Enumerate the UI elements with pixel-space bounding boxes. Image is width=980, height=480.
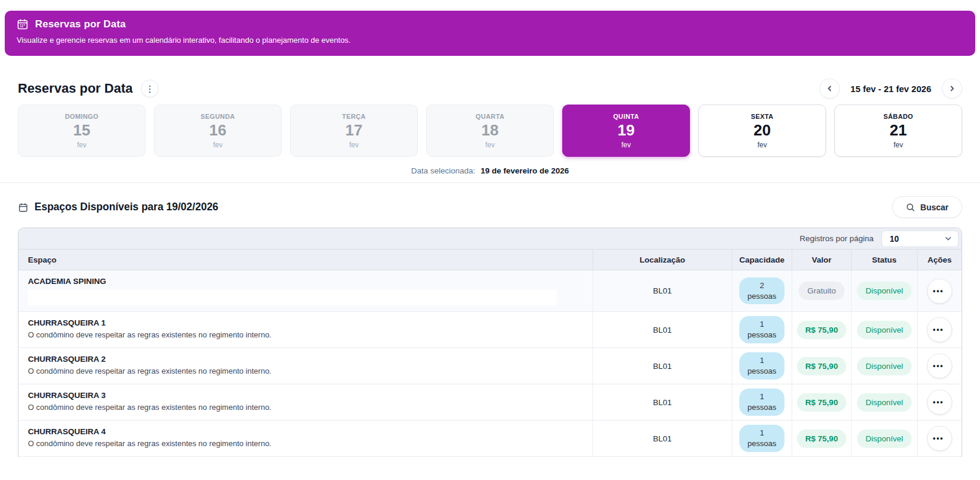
- table-row: CHURRASQUEIRA 4 O condômino deve respeit…: [18, 421, 962, 457]
- day-month: fev: [757, 141, 767, 149]
- search-button[interactable]: Buscar: [892, 196, 962, 218]
- capacity-count: 1: [748, 355, 776, 366]
- day-number: 15: [73, 121, 90, 140]
- row-actions-button[interactable]: •••: [927, 426, 952, 451]
- capacity-badge: 1 pessoas: [739, 316, 784, 343]
- status-badge: Disponível: [857, 357, 911, 375]
- day-weekday: SEXTA: [751, 113, 774, 120]
- status-badge: Disponível: [857, 282, 911, 300]
- day-number: 19: [617, 121, 635, 140]
- space-name: CHURRASQUEIRA 2: [28, 355, 583, 364]
- day-number: 16: [209, 121, 226, 140]
- capacity-badge: 1 pessoas: [739, 389, 784, 415]
- space-location: BL01: [593, 384, 732, 420]
- price-badge: R$ 75,90: [797, 357, 846, 375]
- row-actions-button[interactable]: •••: [927, 317, 952, 342]
- per-page-select[interactable]: 10: [881, 230, 959, 247]
- column-header-valor: Valor: [792, 250, 852, 270]
- kebab-icon: ⋮: [146, 84, 155, 93]
- day-month: fev: [893, 141, 903, 149]
- day-weekday: TERÇA: [342, 113, 366, 120]
- day-card-sexta-20[interactable]: SEXTA 20 fev: [698, 105, 826, 157]
- per-page-label: Registros por página: [799, 234, 874, 243]
- column-header-localizacao: Localização: [593, 250, 732, 270]
- price-badge: Gratuito: [799, 282, 844, 300]
- day-number: 20: [754, 121, 771, 140]
- selected-date-row: Data selecionada: 19 de fevereiro de 202…: [18, 166, 962, 175]
- ellipsis-icon: •••: [933, 326, 944, 334]
- day-card-quinta-19-selected[interactable]: QUINTA 19 fev: [562, 105, 690, 157]
- table-header-row: Espaço Localização Capacidade Valor Stat…: [18, 250, 962, 270]
- day-month: fev: [485, 141, 494, 149]
- space-description: O condômino deve respeitar as regras exi…: [28, 330, 583, 339]
- page-title: Reservas por Data: [18, 81, 133, 96]
- day-month: fev: [213, 141, 222, 149]
- selected-date-value: 19 de fevereiro de 2026: [481, 166, 569, 175]
- table-toolbar: Registros por página 10: [18, 228, 962, 250]
- space-description: O condômino deve respeitar as regras exi…: [28, 439, 583, 448]
- row-actions-button[interactable]: •••: [927, 353, 952, 378]
- banner-subtitle: Visualize e gerencie reservas em um cale…: [17, 36, 963, 45]
- chevron-left-icon: [826, 85, 833, 92]
- day-card-segunda-16[interactable]: SEGUNDA 16 fev: [154, 105, 282, 157]
- day-weekday: DOMINGO: [65, 113, 99, 120]
- column-header-status: Status: [852, 250, 918, 270]
- day-card-quarta-18[interactable]: QUARTA 18 fev: [426, 105, 554, 157]
- chevron-right-icon: [949, 85, 956, 92]
- day-card-sabado-21[interactable]: SÁBADO 21 fev: [834, 105, 962, 157]
- search-button-label: Buscar: [921, 203, 949, 212]
- price-badge: R$ 75,90: [797, 393, 846, 412]
- page-banner: Reservas por Data Visualize e gerencie r…: [5, 11, 975, 56]
- space-location: BL01: [593, 312, 732, 348]
- status-badge: Disponível: [857, 393, 911, 412]
- price-badge: R$ 75,90: [797, 321, 846, 339]
- ellipsis-icon: •••: [933, 398, 944, 406]
- space-name: CHURRASQUEIRA 4: [28, 427, 583, 436]
- table-row: ACADEMIA SPINING BL01 2 pessoas Gratuito…: [18, 270, 962, 312]
- day-month: fev: [349, 141, 358, 149]
- row-actions-button[interactable]: •••: [927, 390, 952, 415]
- day-card-terca-17[interactable]: TERÇA 17 fev: [290, 105, 418, 157]
- more-options-button[interactable]: ⋮: [141, 80, 159, 97]
- calendar-icon: [17, 18, 29, 30]
- section-title: Espaços Disponíveis para 19/02/2026: [34, 201, 218, 213]
- row-actions-button[interactable]: •••: [927, 279, 952, 304]
- space-description: O condômino deve respeitar as regras exi…: [28, 403, 583, 412]
- table-row: CHURRASQUEIRA 1 O condômino deve respeit…: [18, 312, 962, 348]
- capacity-unit: pessoas: [748, 291, 776, 302]
- capacity-unit: pessoas: [748, 330, 776, 340]
- chevron-down-icon: [944, 235, 952, 242]
- next-week-button[interactable]: [942, 78, 962, 99]
- week-day-grid: DOMINGO 15 fev SEGUNDA 16 fev TERÇA 17 f…: [18, 105, 962, 157]
- capacity-count: 2: [748, 280, 776, 291]
- column-header-acoes: Ações: [918, 250, 962, 270]
- ellipsis-icon: •••: [933, 287, 944, 295]
- day-weekday: QUINTA: [613, 113, 639, 120]
- week-navigation: 15 fev - 21 fev 2026: [820, 78, 962, 99]
- day-card-domingo-15[interactable]: DOMINGO 15 fev: [18, 105, 146, 157]
- day-month: fev: [77, 141, 86, 149]
- day-weekday: SEGUNDA: [201, 113, 235, 120]
- spaces-table: Registros por página 10 Espaço Localizaç…: [18, 228, 962, 457]
- status-badge: Disponível: [857, 321, 911, 339]
- status-badge: Disponível: [857, 430, 911, 448]
- day-number: 17: [345, 121, 363, 140]
- space-description: O condômino deve respeitar as regras exi…: [28, 367, 583, 375]
- capacity-unit: pessoas: [748, 402, 776, 413]
- ellipsis-icon: •••: [933, 434, 944, 443]
- heading-row: Reservas por Data ⋮ 15 fev - 21 fev 2026: [18, 78, 962, 99]
- table-row: CHURRASQUEIRA 2 O condômino deve respeit…: [18, 348, 962, 384]
- section-divider: [0, 182, 980, 183]
- date-range-label: 15 fev - 21 fev 2026: [850, 84, 931, 94]
- selected-date-label: Data selecionada:: [411, 166, 475, 175]
- banner-title: Reservas por Data: [35, 18, 126, 30]
- price-badge: R$ 75,90: [797, 430, 846, 448]
- previous-week-button[interactable]: [820, 78, 840, 99]
- capacity-badge: 1 pessoas: [739, 425, 784, 451]
- section-header: Espaços Disponíveis para 19/02/2026 Busc…: [18, 196, 962, 218]
- day-number: 21: [890, 121, 907, 140]
- space-description: [28, 290, 557, 305]
- space-location: BL01: [593, 348, 732, 384]
- space-name: CHURRASQUEIRA 1: [28, 318, 583, 327]
- day-weekday: QUARTA: [475, 113, 505, 120]
